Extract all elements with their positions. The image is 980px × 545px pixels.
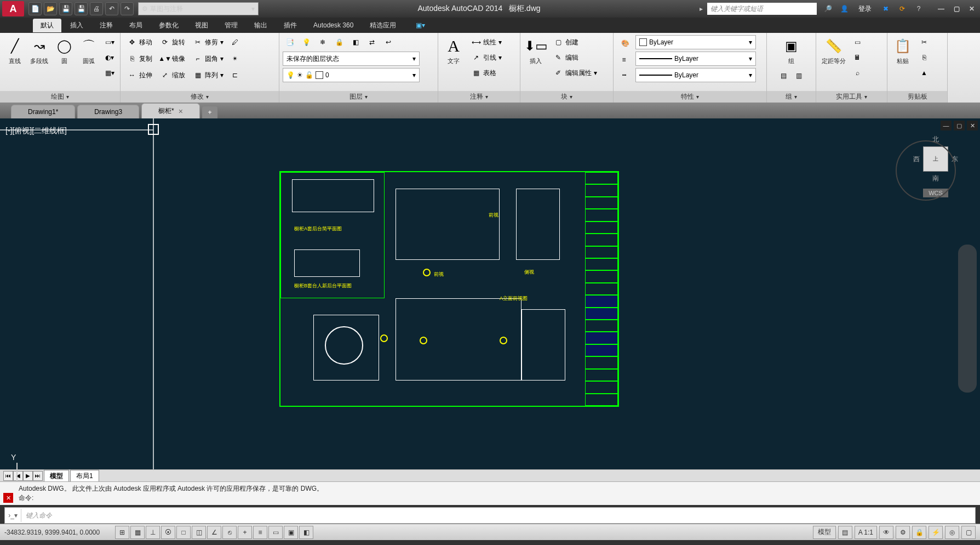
arc-button[interactable]: ⌒圆弧	[78, 35, 100, 66]
linear-dim-button[interactable]: ⟷线性▾	[468, 35, 505, 49]
file-tab-active[interactable]: 橱柜*×	[141, 103, 200, 118]
layout-quick-icon[interactable]: ▤	[838, 526, 852, 539]
fillet-button[interactable]: ⌐圆角▾	[190, 52, 227, 66]
layer-freeze-icon[interactable]: ❄	[316, 35, 330, 49]
tab-a360[interactable]: Autodesk 360	[306, 19, 361, 31]
viewport-min-icon[interactable]: —	[941, 121, 952, 130]
print-icon[interactable]: 🖨	[90, 2, 103, 15]
array-button[interactable]: ▦阵列▾	[190, 68, 227, 82]
stretch-button[interactable]: ↔拉伸	[124, 68, 156, 82]
search-icon[interactable]: 🔎	[822, 3, 833, 14]
layout-tab-layout1[interactable]: 布局1	[70, 470, 99, 482]
rectangle-icon[interactable]: ▭▾	[102, 35, 117, 49]
coordinates[interactable]: -34832.9319, 9399.9401, 0.0000	[4, 529, 114, 536]
hardware-accel-icon[interactable]: ⚡	[929, 526, 943, 539]
ortho-icon[interactable]: ⊥	[146, 526, 160, 539]
user-icon[interactable]: 👤	[839, 3, 850, 14]
tab-parametric[interactable]: 参数化	[151, 19, 186, 32]
group-edit-icon[interactable]: ▥	[792, 69, 806, 83]
cut-icon[interactable]: ✂	[917, 35, 931, 49]
tab-insert[interactable]: 插入	[62, 19, 91, 32]
layout-next-icon[interactable]: ▶	[23, 471, 33, 481]
open-icon[interactable]: 📂	[44, 2, 57, 15]
navigation-bar[interactable]	[958, 245, 977, 393]
rotate-button[interactable]: ⟳旋转	[157, 35, 188, 49]
current-layer-dropdown[interactable]: 💡☀🔓 0▾	[283, 68, 420, 82]
lwt-icon[interactable]: ≡	[253, 526, 267, 539]
tab-default[interactable]: 默认	[33, 19, 61, 32]
layout-first-icon[interactable]: ⏮	[3, 471, 13, 481]
panel-title-modify[interactable]: 修改▾	[121, 91, 279, 103]
trim-button[interactable]: ✂修剪▾	[190, 35, 227, 49]
help-icon[interactable]: ?	[913, 3, 924, 14]
tab-featured[interactable]: 精选应用	[362, 19, 404, 32]
group-button[interactable]: ▣组	[780, 35, 804, 66]
panel-title-block[interactable]: 块▾	[520, 91, 613, 103]
layout-prev-icon[interactable]: ◀	[13, 471, 23, 481]
polyline-button[interactable]: ↝多段线	[28, 35, 50, 66]
clip-icon[interactable]: ▲	[917, 66, 931, 80]
select-icon[interactable]: ▭	[850, 35, 864, 49]
annotate-scale[interactable]: A 1:1	[855, 526, 877, 539]
panel-title-properties[interactable]: 特性▾	[614, 91, 766, 103]
grid-icon[interactable]: ▦	[130, 526, 145, 539]
osnap-icon[interactable]: □	[176, 526, 191, 539]
viewport-max-icon[interactable]: ▢	[954, 121, 965, 130]
drawing-viewport[interactable]: [-][俯视][二维线框] — ▢ ✕ 橱柜A套后台简平面图 橱柜B套台人新后台…	[0, 118, 980, 469]
save-icon[interactable]: 💾	[59, 2, 72, 15]
isolate-icon[interactable]: ◎	[945, 526, 959, 539]
layout-last-icon[interactable]: ⏭	[33, 471, 43, 481]
lineweight-icon[interactable]: ≡	[617, 53, 631, 67]
mirror-button[interactable]: ▲▼镜像	[157, 52, 188, 66]
leader-button[interactable]: ↗引线▾	[468, 50, 505, 65]
tab-layout[interactable]: 布局	[122, 19, 150, 32]
ucs-icon[interactable]: Y X	[11, 453, 16, 462]
snap-icon[interactable]: ⊞	[115, 526, 129, 539]
measure-button[interactable]: 📏定距等分	[819, 35, 848, 66]
file-tab-drawing3[interactable]: Drawing3	[77, 105, 139, 118]
tab-annotate[interactable]: 注释	[92, 19, 121, 32]
command-input-icon[interactable]: ›_▾	[5, 509, 21, 522]
hatch-icon[interactable]: ▦▾	[102, 66, 117, 80]
panel-title-utilities[interactable]: 实用工具▾	[816, 91, 887, 103]
panel-title-group[interactable]: 组▾	[767, 91, 816, 103]
color-dropdown[interactable]: ByLayer▾	[635, 35, 756, 49]
paste-button[interactable]: 📋粘贴	[891, 35, 915, 66]
circle-button[interactable]: ◯圆	[53, 35, 76, 66]
workspace-switch-icon[interactable]: ⚙	[896, 526, 910, 539]
linetype-dropdown[interactable]: ByLayer▾	[635, 68, 756, 82]
copy-clip-icon[interactable]: ⎘	[917, 50, 931, 65]
panel-title-layer[interactable]: 图层▾	[279, 91, 438, 103]
ellipse-icon[interactable]: ◐▾	[102, 50, 117, 65]
tab-output[interactable]: 输出	[247, 19, 275, 32]
app-logo[interactable]: A	[2, 1, 24, 16]
text-button[interactable]: A文字	[442, 35, 466, 66]
table-button[interactable]: ▦表格	[468, 66, 505, 80]
calc-icon[interactable]: 🖩	[850, 50, 864, 65]
layer-prev-icon[interactable]: ↩	[381, 35, 396, 49]
login-label[interactable]: 登录	[858, 4, 872, 14]
new-icon[interactable]: 📄	[28, 2, 42, 15]
new-tab-button[interactable]: +	[202, 106, 217, 118]
workspace-selector[interactable]: ⚙ 草图与注释 ▾	[138, 2, 259, 15]
exchange-icon[interactable]: ✖	[880, 3, 891, 14]
copy-button[interactable]: ⎘复制	[124, 52, 156, 66]
saveas-icon[interactable]: 💾	[74, 2, 88, 15]
3dosnap-icon[interactable]: ◫	[192, 526, 206, 539]
tab-plugins[interactable]: 插件	[276, 19, 305, 32]
layer-match-icon[interactable]: ⇄	[365, 35, 379, 49]
model-space-button[interactable]: 模型	[813, 526, 836, 539]
scale-button[interactable]: ⤢缩放	[157, 68, 188, 82]
command-input[interactable]: ›_▾ 键入命令	[4, 507, 976, 524]
layer-prop-icon[interactable]: 📑	[283, 35, 297, 49]
undo-icon[interactable]: ↶	[105, 2, 118, 15]
layer-iso-icon[interactable]: ◧	[348, 35, 363, 49]
linetype-icon[interactable]: ┅	[617, 68, 631, 82]
maximize-icon[interactable]: ▢	[950, 3, 962, 14]
anno-visibility-icon[interactable]: 👁	[879, 526, 893, 539]
close-tab-icon[interactable]: ×	[179, 107, 183, 116]
otrack-icon[interactable]: ∠	[207, 526, 221, 539]
help-search-input[interactable]: 键入关键字或短语	[707, 3, 817, 15]
file-tab-drawing1[interactable]: Drawing1*	[11, 105, 75, 118]
panel-title-draw[interactable]: 绘图▾	[0, 91, 120, 103]
